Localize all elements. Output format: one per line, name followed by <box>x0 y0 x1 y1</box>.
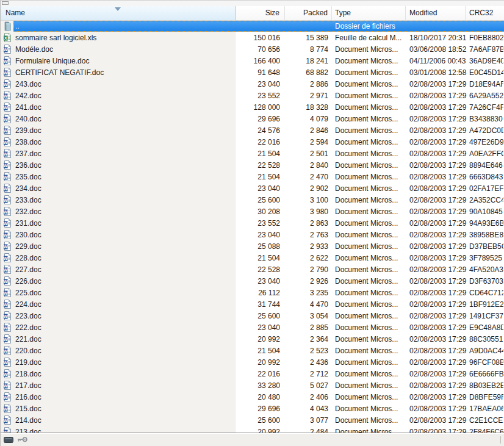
svg-text:W: W <box>4 198 9 203</box>
svg-text:W: W <box>4 140 9 145</box>
file-row[interactable]: W X 232.doc 30 208 3 980 <box>1 206 504 218</box>
file-crc32-cell: E0C45D14 <box>469 67 503 79</box>
file-row[interactable]: W X Formulaire Unique.doc 166 <box>1 56 504 67</box>
file-type-icon: W X <box>2 90 13 101</box>
file-type-icon: W X <box>2 148 13 159</box>
column-header-name[interactable]: Name <box>1 6 236 20</box>
file-row[interactable]: W X CERTIFICAT NEGATIF.doc 91 <box>1 67 504 79</box>
file-type-icon: W X <box>2 137 13 148</box>
status-bar <box>1 433 504 446</box>
file-type-cell: Feuille de calcul M... <box>335 32 405 44</box>
word-document-icon: W <box>2 403 12 414</box>
svg-text:W: W <box>4 151 9 157</box>
file-row[interactable]: W X 216.doc 20 480 2 406 <box>1 392 504 403</box>
file-row[interactable]: W X 228.doc 21 504 2 622 <box>1 253 504 264</box>
file-type-cell: Document Micros... <box>335 171 405 183</box>
svg-text:W: W <box>4 290 9 296</box>
file-row[interactable]: W X 237.doc 21 504 2 501 <box>1 148 504 160</box>
column-header-type[interactable]: Type <box>332 6 406 20</box>
file-row[interactable]: W X 233.doc 25 600 3 100 <box>1 195 504 206</box>
file-modified-cell: 02/08/2003 17:29 <box>409 218 467 229</box>
file-crc32-cell: 497E26D9 <box>469 137 503 148</box>
file-row[interactable]: W X 243.doc 23 040 2 886 <box>1 79 504 90</box>
file-row[interactable]: W X 235.doc 21 504 2 470 <box>1 171 504 183</box>
svg-text:W: W <box>4 70 9 76</box>
column-header-crc32[interactable]: CRC32 <box>466 6 504 20</box>
file-modified-cell: 02/08/2003 17:29 <box>409 206 467 218</box>
file-modified-cell: 02/08/2003 17:29 <box>409 357 467 369</box>
file-row[interactable]: W X 239.doc 24 576 2 846 <box>1 125 504 137</box>
file-type-icon: W X <box>2 102 13 113</box>
file-packed-cell: 3 235 <box>281 287 328 299</box>
svg-text:W: W <box>4 59 9 64</box>
file-row[interactable]: W X 221.doc 20 992 2 364 <box>1 334 504 345</box>
word-document-icon: W <box>2 253 12 263</box>
word-document-icon: W <box>2 392 12 402</box>
column-header-size[interactable]: Size <box>236 6 285 20</box>
file-row[interactable]: W X 242.doc 23 552 2 971 <box>1 90 504 102</box>
file-type-icon: W X <box>2 334 13 345</box>
column-header-modified[interactable]: Modified <box>406 6 466 20</box>
file-crc32-cell: 3F789525 <box>469 253 503 264</box>
file-type-cell: Dossier de fichiers <box>335 21 405 32</box>
file-size-cell: 23 040 <box>236 229 280 241</box>
file-row[interactable]: W X 241.doc 128 000 18 328 <box>1 102 504 113</box>
file-modified-cell: 02/08/2003 17:29 <box>409 403 467 415</box>
file-name-cell: 225.doc <box>15 287 234 299</box>
file-name-cell: 220.doc <box>15 345 234 357</box>
file-row[interactable]: W X 225.doc 26 112 3 235 <box>1 287 504 299</box>
file-row[interactable]: W X 227.doc 22 528 2 790 <box>1 264 504 276</box>
file-type-cell: Document Micros... <box>335 56 405 67</box>
file-type-cell: Document Micros... <box>335 218 405 229</box>
file-row[interactable]: W X sommaire sarl logiciel.xls <box>1 32 504 44</box>
svg-text:W: W <box>4 174 9 180</box>
file-row[interactable]: W X 218.doc 22 016 2 712 <box>1 369 504 380</box>
svg-text:W: W <box>4 337 9 342</box>
file-row[interactable]: W X .. Dossier de fi <box>1 21 504 32</box>
file-row[interactable]: W X 240.doc 29 696 4 079 <box>1 113 504 125</box>
word-document-icon: W <box>2 44 12 54</box>
file-row[interactable]: W X 236.doc 22 528 2 840 <box>1 160 504 171</box>
file-row[interactable]: W X 231.doc 23 552 2 863 <box>1 218 504 229</box>
file-type-icon: W X <box>2 253 13 264</box>
file-row[interactable]: W X 223.doc 25 600 3 054 <box>1 311 504 322</box>
file-type-icon: W X <box>2 345 13 356</box>
file-row[interactable]: W X 217.doc 33 280 5 027 <box>1 380 504 392</box>
file-type-cell: Document Micros... <box>335 426 405 433</box>
file-crc32-cell <box>469 21 503 32</box>
file-row[interactable]: W X Modéle.doc 70 656 8 77 <box>1 44 504 56</box>
file-name-cell: 215.doc <box>15 403 234 415</box>
file-row[interactable]: W X 214.doc 25 600 3 077 <box>1 415 504 426</box>
file-packed-cell: 2 622 <box>281 253 328 264</box>
file-row[interactable]: W X 230.doc 23 040 2 763 <box>1 229 504 241</box>
file-size-cell: 20 992 <box>236 357 280 369</box>
file-size-cell: 21 504 <box>236 253 280 264</box>
file-crc32-cell: 1491CF37 <box>469 311 503 322</box>
file-size-cell <box>236 21 280 32</box>
file-type-icon: W X <box>2 276 13 287</box>
file-row[interactable]: W X 220.doc 21 504 2 523 <box>1 345 504 357</box>
corner-grip <box>2 1 9 5</box>
file-row[interactable]: W X 213.doc 20 992 2 484 <box>1 426 504 433</box>
key-icon <box>17 436 28 445</box>
svg-text:W: W <box>4 105 9 110</box>
file-packed-cell: 4 079 <box>281 113 328 125</box>
file-crc32-cell: 1BF912E2 <box>469 299 503 311</box>
file-name-cell: 223.doc <box>15 311 234 322</box>
file-row[interactable]: W X 215.doc 29 696 4 043 <box>1 403 504 415</box>
file-row[interactable]: W X 234.doc 23 040 2 902 <box>1 183 504 195</box>
file-crc32-cell: 4FA520A3 <box>469 264 503 276</box>
svg-text:W: W <box>4 221 9 226</box>
file-row[interactable]: W X 222.doc 23 040 2 885 <box>1 322 504 334</box>
file-name-cell: 240.doc <box>15 113 234 125</box>
file-modified-cell: 04/11/2006 00:43 <box>409 56 467 67</box>
file-row[interactable]: W X 238.doc 22 016 2 594 <box>1 137 504 148</box>
file-row[interactable]: W X 219.doc 20 992 2 436 <box>1 357 504 369</box>
word-document-icon: W <box>2 357 12 367</box>
file-row[interactable]: W X 226.doc 23 040 2 926 <box>1 276 504 287</box>
file-row[interactable]: W X 229.doc 25 088 2 933 <box>1 241 504 253</box>
column-header-packed[interactable]: Packed <box>285 6 332 20</box>
file-row[interactable]: W X 224.doc 31 744 4 470 <box>1 299 504 311</box>
file-crc32-cell: A0EA2FFC <box>469 148 503 160</box>
file-size-cell: 22 016 <box>236 137 280 148</box>
